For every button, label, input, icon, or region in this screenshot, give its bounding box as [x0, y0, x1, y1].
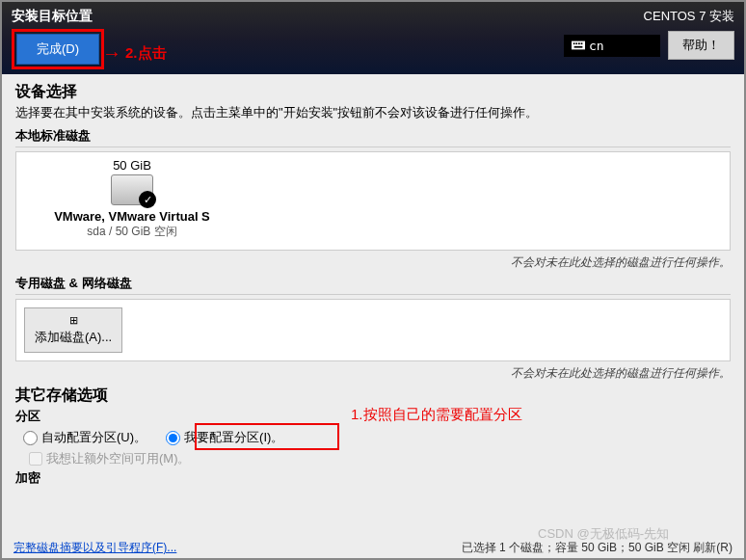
page-title: 安装目标位置 [12, 8, 104, 25]
local-disks-panel: 50 GiB ✓ VMware, VMware Virtual S sda / … [15, 151, 731, 251]
content-area: 设备选择 选择要在其中安装系统的设备。点击主菜单中的"开始安装"按钮前不会对该设… [2, 74, 744, 558]
storage-heading: 其它存储选项 [15, 386, 731, 406]
disk-item[interactable]: 50 GiB ✓ VMware, VMware Virtual S sda / … [26, 158, 238, 240]
auto-partition-label: 自动配置分区(U)。 [41, 429, 147, 446]
keyboard-layout-label: cn [589, 39, 604, 53]
done-button-highlight: 完成(D) [12, 29, 104, 69]
disk-hint-2: 不会对未在此处选择的磁盘进行任何操作。 [15, 361, 731, 386]
svg-rect-4 [581, 42, 583, 44]
keyboard-icon [572, 40, 585, 50]
local-disks-label: 本地标准磁盘 [15, 127, 731, 147]
disk-hint-1: 不会对未在此处选择的磁盘进行任何操作。 [15, 251, 731, 275]
special-disks-label: 专用磁盘 & 网络磁盘 [15, 275, 731, 295]
annotation-step2-text: 2.点击 [125, 44, 167, 63]
extra-space-option: 我想让额外空间可用(M)。 [29, 450, 731, 467]
encrypt-label: 加密 [15, 469, 731, 487]
extra-space-checkbox [29, 452, 42, 466]
disk-plus-icon: ⊞ [69, 314, 78, 327]
done-button[interactable]: 完成(D) [16, 34, 99, 65]
add-disk-label: 添加磁盘(A)... [35, 329, 112, 346]
extra-space-label: 我想让额外空间可用(M)。 [46, 450, 191, 467]
device-heading: 设备选择 [15, 82, 731, 102]
svg-rect-1 [573, 42, 575, 44]
check-icon: ✓ [139, 191, 156, 208]
disk-summary-link[interactable]: 完整磁盘摘要以及引导程序(F)... [13, 540, 176, 556]
device-description: 选择要在其中安装系统的设备。点击主菜单中的"开始安装"按钮前不会对该设备进行任何… [15, 104, 731, 121]
keyboard-layout[interactable]: cn [564, 35, 660, 57]
manual-partition-radio[interactable] [166, 431, 180, 445]
partition-radio-row: 1.按照自己的需要配置分区 自动配置分区(U)。 我要配置分区(I)。 [23, 429, 731, 446]
svg-rect-5 [574, 46, 583, 48]
add-disk-button[interactable]: ⊞ 添加磁盘(A)... [24, 307, 122, 353]
auto-partition-radio[interactable] [23, 431, 38, 445]
header-bar: 安装目标位置 完成(D) → 2.点击 CENTOS 7 安装 cn 帮助！ [2, 2, 744, 74]
disk-info: sda / 50 GiB 空闲 [26, 224, 238, 240]
auto-partition-option[interactable]: 自动配置分区(U)。 [23, 429, 147, 446]
watermark: CSDN @无极低码-先知 [538, 525, 669, 543]
help-button[interactable]: 帮助！ [668, 31, 734, 60]
svg-rect-0 [572, 41, 585, 50]
annotation-step1: 1.按照自己的需要配置分区 [351, 406, 522, 424]
special-disks-panel: ⊞ 添加磁盘(A)... [15, 299, 731, 361]
installer-title: CENTOS 7 安装 [564, 8, 734, 25]
svg-rect-2 [575, 42, 577, 44]
manual-partition-highlight [195, 423, 339, 450]
svg-rect-3 [578, 42, 580, 44]
disk-name: VMware, VMware Virtual S [26, 209, 238, 224]
hard-drive-icon: ✓ [111, 174, 153, 205]
annotation-step2: → 2.点击 [102, 42, 167, 65]
arrow-right-icon: → [102, 42, 121, 65]
disk-size: 50 GiB [26, 158, 238, 173]
